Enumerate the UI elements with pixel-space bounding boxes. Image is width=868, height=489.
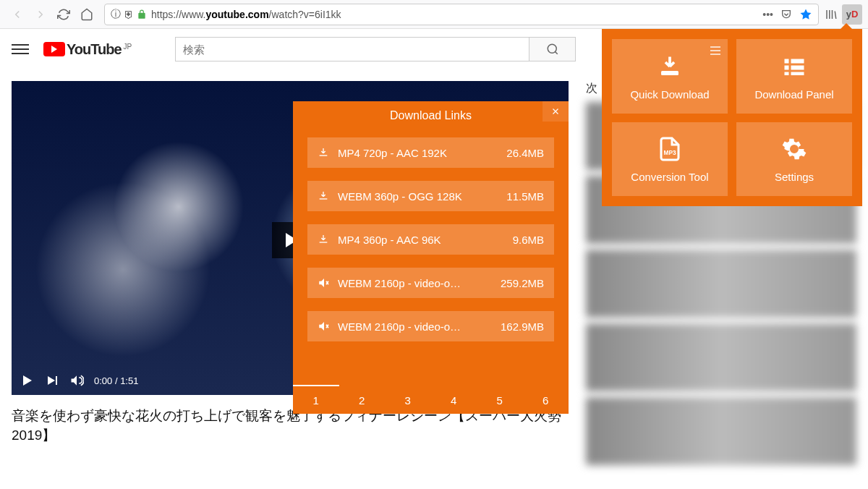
download-item-size: 259.2MB	[501, 277, 544, 289]
pager-page[interactable]: 3	[385, 385, 431, 414]
home-button[interactable]	[75, 3, 98, 26]
related-video-item[interactable]	[586, 250, 856, 318]
svg-rect-5	[791, 65, 804, 69]
yd-extension-icon[interactable]: yD	[842, 4, 862, 25]
download-panel-title: Download Links	[390, 109, 472, 122]
download-links-panel: Download Links MP4 720p - AAC 192K 26.4M…	[293, 101, 569, 414]
youtube-logo[interactable]: YouTube JP	[43, 41, 132, 58]
info-icon[interactable]: ⓘ	[111, 8, 121, 21]
extension-popup: Quick Download Download PanelMP3 Convers…	[602, 29, 862, 206]
svg-rect-3	[791, 59, 804, 63]
download-item-label: WEBM 2160p - video-o…	[338, 277, 493, 289]
url-text: https://www.youtube.com/watch?v=6iI1kk	[151, 9, 757, 20]
pager-page[interactable]: 4	[431, 385, 477, 414]
svg-point-0	[548, 44, 556, 53]
lock-icon	[137, 9, 147, 20]
related-video-item[interactable]	[586, 323, 856, 391]
ext-tile-label: Quick Download	[630, 88, 709, 101]
pager-page[interactable]: 5	[477, 385, 523, 414]
ext-tile-quick-download[interactable]: Quick Download	[612, 39, 728, 114]
download-item-label: MP4 720p - AAC 192K	[338, 147, 499, 159]
close-button[interactable]	[542, 101, 569, 122]
pocket-icon[interactable]	[780, 9, 792, 20]
address-bar[interactable]: ⓘ ⛨ https://www.youtube.com/watch?v=6iI1…	[104, 4, 819, 25]
download-item-label: MP4 360p - AAC 96K	[338, 234, 506, 246]
download-item-label: WEBM 2160p - video-o…	[338, 320, 493, 333]
download-item-size: 26.4MB	[506, 147, 544, 159]
download-item-size: 11.5MB	[506, 190, 544, 203]
ext-tile-label: Settings	[775, 171, 814, 183]
ext-tile-settings[interactable]: Settings	[736, 122, 852, 197]
tile-menu-icon[interactable]	[710, 46, 720, 55]
ext-tile-label: Download Panel	[754, 88, 833, 101]
search-input[interactable]	[175, 37, 529, 61]
pager-page[interactable]: 6	[523, 385, 569, 414]
svg-rect-6	[785, 72, 789, 75]
youtube-brand-text: YouTube	[67, 41, 122, 58]
pager-page[interactable]: 1	[293, 385, 339, 414]
download-tray-icon	[657, 52, 683, 81]
list-icon	[781, 52, 807, 81]
download-item[interactable]: WEBM 2160p - video-o… 162.9MB	[307, 311, 554, 341]
youtube-play-icon	[43, 42, 65, 56]
more-icon[interactable]: •••	[762, 9, 773, 20]
download-item-size: 9.6MB	[513, 234, 544, 246]
download-item-size: 162.9MB	[501, 320, 544, 333]
download-item-label: WEBM 360p - OGG 128K	[338, 190, 499, 203]
download-item[interactable]: WEBM 2160p - video-o… 259.2MB	[307, 268, 554, 298]
volume-icon[interactable]	[69, 373, 84, 388]
bookmark-star-icon[interactable]	[799, 8, 812, 21]
mp3-file-icon: MP3	[657, 135, 683, 163]
download-icon	[318, 190, 331, 202]
download-item[interactable]: MP4 360p - AAC 96K 9.6MB	[307, 224, 554, 255]
download-panel-header: Download Links	[293, 101, 569, 130]
gear-icon	[781, 135, 807, 163]
ext-tile-conversion-tool[interactable]: MP3 Conversion Tool	[612, 122, 728, 197]
back-button[interactable]	[6, 3, 29, 26]
forward-button[interactable]	[29, 3, 52, 26]
hamburger-menu-icon[interactable]	[12, 44, 29, 54]
muted-icon	[318, 320, 331, 333]
next-icon[interactable]	[45, 373, 59, 388]
svg-rect-7	[791, 72, 804, 75]
download-item[interactable]: WEBM 360p - OGG 128K 11.5MB	[307, 181, 554, 211]
pager-page[interactable]: 2	[339, 385, 386, 414]
library-icon[interactable]	[825, 8, 838, 21]
related-video-item[interactable]	[586, 397, 856, 465]
download-icon	[318, 147, 331, 158]
play-icon[interactable]	[20, 373, 35, 388]
download-item[interactable]: MP4 720p - AAC 192K 26.4MB	[307, 137, 554, 168]
svg-rect-1	[661, 71, 678, 75]
browser-toolbar: ⓘ ⛨ https://www.youtube.com/watch?v=6iI1…	[0, 0, 868, 29]
youtube-region: JP	[124, 43, 132, 51]
download-icon	[318, 234, 331, 245]
ext-tile-label: Conversion Tool	[631, 171, 708, 183]
shield-icon[interactable]: ⛨	[124, 9, 134, 20]
search-button[interactable]	[529, 37, 576, 61]
svg-rect-4	[785, 65, 789, 69]
video-time: 0:00 / 1:51	[94, 375, 138, 386]
reload-button[interactable]	[52, 3, 75, 26]
svg-rect-2	[785, 59, 789, 63]
ext-tile-download-panel[interactable]: Download Panel	[736, 39, 852, 114]
svg-text:MP3: MP3	[664, 150, 676, 156]
muted-icon	[318, 276, 331, 289]
